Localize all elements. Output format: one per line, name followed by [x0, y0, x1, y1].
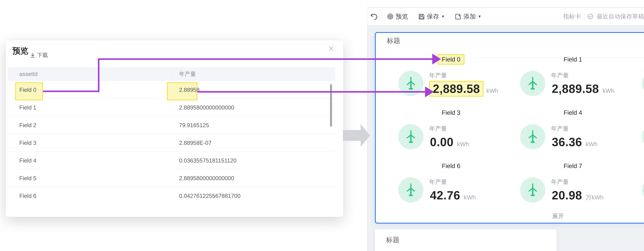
table-row: Field 5 2.8895800000000000	[8, 169, 336, 187]
wind-turbine-icon	[642, 124, 644, 149]
metric-unit: kWh	[586, 141, 598, 148]
transform-arrow-head	[361, 124, 370, 147]
save-button[interactable]: 保存 ▼	[418, 8, 445, 25]
metric-unit: kWh	[464, 194, 476, 201]
table-row: Field 3 2.88958E-07	[8, 134, 336, 152]
connector-field0-vertical	[98, 58, 100, 92]
metric-card-field-8: Field 8 年产量 9.68万kWh	[620, 161, 644, 214]
metric-unit: 万kWh	[586, 193, 604, 201]
table-row: Field 6 0.042761225567881700	[8, 187, 336, 205]
download-label: 下载	[37, 52, 48, 59]
wind-turbine-icon	[398, 177, 424, 203]
download-link[interactable]: 下载	[30, 52, 48, 59]
wind-turbine-icon	[520, 177, 545, 203]
connector-field0-arrowhead	[432, 54, 441, 65]
card-field-name: Field 7	[537, 162, 609, 169]
save-icon	[418, 13, 425, 20]
metric-label: 年产量	[551, 72, 614, 79]
add-caret-icon: ▼	[478, 15, 482, 19]
preview-eye-icon	[387, 13, 394, 20]
table-row: Field 1 2.8895800000000000	[8, 99, 336, 116]
connector-value-arrowhead	[425, 86, 434, 97]
wind-turbine-icon	[642, 71, 644, 96]
status-divider	[584, 13, 584, 20]
column-header-yield: 年产量	[179, 67, 196, 81]
wind-turbine-icon	[520, 71, 545, 96]
connector-field0-segment	[43, 91, 100, 92]
metric-value: 42.76	[429, 189, 461, 202]
card-field-name: Field 3	[415, 109, 487, 116]
connector-field0-horizontal	[98, 58, 433, 60]
metric-card-field-1: Field 1 年产量 2,889.58kWh	[498, 54, 620, 108]
metric-card-widget[interactable]: 标题 Field 0 年产量 2,889.58kWh Field 1 年产量 2…	[375, 32, 644, 223]
download-icon	[30, 52, 36, 58]
table-header: assetId 年产量	[8, 67, 336, 81]
document-title: 指标卡	[563, 13, 581, 21]
preview-dialog-title: 预览	[12, 45, 28, 56]
metric-value: 2,889.58	[429, 82, 484, 96]
table-scrollbar[interactable]	[330, 84, 332, 127]
column-header-assetid: assetId	[19, 67, 38, 81]
undo-button[interactable]	[370, 12, 378, 21]
close-icon[interactable]: ×	[328, 43, 334, 53]
metric-value: 20.98	[551, 189, 583, 202]
table-row: Field 4 0.03635575181151120	[8, 152, 336, 169]
autosave-check-icon	[587, 14, 594, 20]
add-button-label: 添加	[464, 12, 476, 21]
add-button[interactable]: 添加 ▼	[455, 8, 482, 25]
connector-value-segment	[197, 91, 426, 93]
card-field-name: Field 1	[537, 56, 609, 63]
wind-turbine-icon	[520, 124, 545, 149]
save-caret-icon: ▼	[441, 15, 445, 19]
preview-button[interactable]: 预览	[387, 8, 408, 25]
metric-unit: kWh	[602, 87, 614, 94]
metric-label: 年产量	[551, 178, 604, 186]
metric-card-field-3: Field 3 年产量 0.00kWh	[376, 108, 498, 161]
second-widget-title: 标题	[386, 235, 400, 244]
table-row: Field 2 79.9165125	[8, 116, 336, 134]
transform-arrow-icon	[343, 130, 361, 141]
metric-card-field-2: Field 2 年产量 7.99万kWh	[620, 54, 644, 108]
metric-value: 36.36	[551, 135, 583, 149]
metric-card-field-5: Field 5 年产量 2,889.58kWh	[620, 108, 644, 161]
metric-unit: kWh	[486, 87, 498, 94]
column-divider	[171, 70, 172, 78]
widget-title: 标题	[387, 36, 400, 45]
metric-card-field-7: Field 7 年产量 20.98万kWh	[498, 161, 620, 214]
metric-card-field-6: Field 6 年产量 42.76kWh	[376, 161, 498, 214]
metric-label: 年产量	[429, 125, 469, 133]
save-button-label: 保存	[427, 12, 439, 21]
metric-value: 2,889.58	[551, 82, 600, 96]
wind-turbine-icon	[398, 124, 424, 149]
metric-label: 年产量	[429, 178, 476, 186]
toolbar-document-status: 指标卡 最近自动保存草稿 15:29	[538, 8, 644, 25]
screenshot-root: 预览 保存 ▼ 添加 ▼ 指标卡 最近自动保存草稿 15:29 响应模式: 网页	[0, 0, 644, 251]
metric-value: 0.00	[429, 135, 454, 149]
second-widget[interactable]: 标题	[375, 229, 556, 251]
card-field-name: Field 6	[415, 162, 487, 169]
wind-turbine-icon	[642, 177, 644, 203]
metric-unit: kWh	[457, 141, 469, 148]
toolbar-divider	[381, 11, 381, 22]
add-icon	[455, 13, 461, 20]
metric-label: 年产量	[551, 125, 598, 133]
metric-card-field-4: Field 4 年产量 36.36kWh	[498, 108, 620, 161]
expand-link[interactable]: 展开	[376, 212, 644, 220]
metric-label: 年产量	[429, 72, 498, 79]
preview-button-label: 预览	[396, 12, 408, 21]
card-field-name: Field 4	[537, 109, 609, 116]
autosave-status: 最近自动保存草稿 15:29	[596, 13, 644, 21]
